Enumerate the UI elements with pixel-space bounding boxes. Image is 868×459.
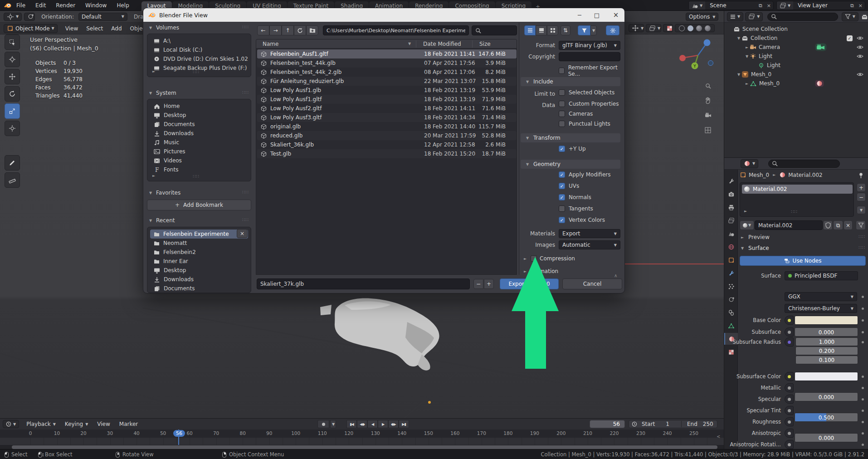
override-toggle[interactable]: [785, 395, 794, 404]
scene-name[interactable]: Scene: [705, 2, 756, 9]
outliner-row-light-4[interactable]: Light: [724, 61, 868, 70]
option-vertex-colors[interactable]: ✓Vertex Colors: [559, 217, 605, 223]
sidebar-item-documents[interactable]: Documents: [150, 120, 248, 129]
resize-grip-icon[interactable]: ∷∷: [242, 24, 249, 29]
animate-dot-icon[interactable]: [862, 444, 864, 446]
outliner-row-mesh-0-5[interactable]: ▼Mesh_0: [724, 70, 868, 79]
checkbox-icon[interactable]: ✓: [559, 171, 565, 178]
option-tangents[interactable]: Tangents: [559, 205, 593, 212]
gear-icon[interactable]: [606, 25, 619, 35]
remove-slot-button[interactable]: −: [857, 193, 866, 201]
resize-grip-icon[interactable]: ∷∷: [193, 174, 200, 179]
timeline-menu-marker[interactable]: Marker: [115, 421, 142, 427]
sidebar-item-downloads[interactable]: Downloads: [150, 129, 248, 138]
volumes-section-header[interactable]: ▼Volumes: [148, 24, 179, 31]
sidebar-item-neomatt[interactable]: Neomatt: [150, 239, 248, 248]
list-view-icon[interactable]: [524, 25, 536, 35]
tool-move[interactable]: [5, 69, 20, 84]
include-section-header[interactable]: ▼Include: [521, 77, 620, 86]
copy-datablock-icon[interactable]: ⧉: [833, 220, 843, 230]
triple-value-field[interactable]: 0.100: [795, 356, 858, 364]
jump-to-end-button[interactable]: ▶▮: [399, 420, 409, 428]
option-cameras[interactable]: Cameras: [559, 111, 593, 117]
outliner-row-light-3[interactable]: ▼Light: [724, 52, 868, 61]
option-apply-modifiers[interactable]: ✓Apply Modifiers: [559, 171, 610, 178]
sidebar-item-inner-ear[interactable]: Inner Ear: [150, 257, 248, 266]
close-icon[interactable]: ×: [609, 8, 623, 22]
view-layer-selector[interactable]: ▼ View Layer ⧉×: [776, 1, 865, 10]
scroll-up-icon[interactable]: ∧: [614, 273, 617, 278]
override-toggle[interactable]: [785, 337, 794, 347]
property-dropdown-christensen-burley[interactable]: Christensen-Burley▼: [785, 304, 857, 313]
option-uvs[interactable]: ✓UVs: [559, 183, 579, 189]
sidebar-item-documents[interactable]: Documents: [150, 284, 248, 293]
xray-toggle-icon[interactable]: [663, 24, 673, 32]
prev-keyframe-button[interactable]: ◀◆: [357, 420, 367, 428]
checkbox-icon[interactable]: [559, 101, 565, 107]
sidebar-item-desktop[interactable]: Desktop: [150, 266, 248, 275]
outliner-display-mode-dropdown[interactable]: ▼: [727, 12, 743, 21]
property-slider-metallic[interactable]: 0.000: [795, 392, 858, 401]
properties-tab-view-layer[interactable]: [724, 215, 738, 226]
resize-grip-icon[interactable]: ∷∷: [242, 190, 249, 195]
menu-file[interactable]: File: [11, 0, 30, 11]
animate-dot-icon[interactable]: [862, 341, 864, 343]
timeline-menu-view[interactable]: View: [93, 421, 114, 427]
expand-icon[interactable]: ►: [151, 174, 156, 178]
exclude-checkbox[interactable]: ✓: [847, 35, 853, 41]
sidebar-item-felsenbein2[interactable]: Felsenbein2: [150, 248, 248, 257]
outliner-filter-type-dropdown[interactable]: ▼: [745, 12, 763, 21]
refresh[interactable]: [294, 25, 306, 35]
breadcrumb-object[interactable]: Mesh_0: [749, 172, 769, 178]
filename-input[interactable]: [257, 278, 470, 289]
override-toggle[interactable]: [785, 406, 794, 415]
file-list-header[interactable]: Name ▼ Date Modified Size: [256, 39, 517, 49]
checkbox-icon[interactable]: ✓: [559, 217, 565, 223]
material-nodes-filter-icon[interactable]: [856, 220, 866, 230]
timeline-editor-type-dropdown[interactable]: ▼: [3, 420, 19, 428]
sidebar-item-music[interactable]: Music: [150, 138, 248, 147]
outliner-row-collection-1[interactable]: ▼Collection✓: [724, 34, 868, 43]
animate-dot-icon[interactable]: [862, 432, 864, 435]
sidebar-item-dvd-drive-d-crim-skies-1-02[interactable]: DVD Drive (D:) Crim Skies 1.02: [150, 54, 248, 63]
shading-solid-icon[interactable]: [688, 25, 693, 31]
animate-dot-icon[interactable]: [862, 296, 864, 298]
override-toggle[interactable]: [785, 440, 794, 449]
close-icon[interactable]: ×: [765, 3, 773, 9]
play-reverse-button[interactable]: ◀: [367, 420, 378, 428]
properties-tab-object[interactable]: [724, 254, 738, 266]
sidebar-item-seagate-backup-plus-drive-f[interactable]: Seagate Backup Plus Drive (F:): [150, 63, 248, 73]
gizmo-dropdown[interactable]: ▼: [629, 24, 644, 32]
copy-icon[interactable]: ⧉: [756, 3, 765, 9]
file-row-low-poly-ausf2-gltf[interactable]: Low Poly Ausf2.gltf18 Feb 2021 14:1171.6…: [257, 104, 517, 113]
file-list[interactable]: Name ▼ Date Modified Size Felsenbein_Aus…: [256, 39, 517, 275]
animate-dot-icon[interactable]: [862, 376, 864, 378]
menu-edit[interactable]: Edit: [30, 0, 51, 11]
override-toggle[interactable]: [785, 327, 794, 337]
object-mode-dropdown[interactable]: Object Mode▼: [4, 24, 58, 33]
checkbox-icon[interactable]: [559, 68, 565, 74]
resize-grip-icon[interactable]: ∷∷: [242, 90, 249, 95]
properties-tab-render[interactable]: [724, 188, 738, 200]
checkbox-icon[interactable]: ✓: [559, 146, 565, 152]
start-value[interactable]: 1: [666, 421, 669, 427]
file-row-felsenbein-test-44k-2-glb[interactable]: Felsenbein_test_44k_2.glb08 Apr 2021 17:…: [257, 68, 517, 77]
animate-dot-icon[interactable]: [862, 331, 864, 333]
menu-window[interactable]: Window: [80, 0, 112, 11]
overlays-dropdown[interactable]: ▼: [646, 24, 661, 32]
tool-measure[interactable]: [5, 172, 20, 188]
properties-editor-type-dropdown[interactable]: ▼: [741, 159, 758, 168]
column-name[interactable]: Name: [263, 41, 278, 47]
browse-material-dropdown[interactable]: ▼: [740, 220, 754, 230]
filter-funnel-icon[interactable]: [578, 25, 590, 35]
orientation-dropdown[interactable]: Default▼: [78, 13, 127, 21]
file-row-low-poly-ausf1-gltf[interactable]: Low Poly Ausf1.gltf18 Feb 2021 13:1971.9…: [257, 95, 517, 104]
new-collection-icon[interactable]: [861, 14, 868, 20]
timeline-menu-playback[interactable]: Playback▼: [22, 421, 60, 427]
grid-ortho-icon[interactable]: [702, 124, 714, 136]
file-row-skaliert-36k-glb[interactable]: Skaliert_36k.glb12 Apr 2021 12:582.6 MiB: [257, 140, 517, 149]
filter-dropdown[interactable]: ▼: [590, 25, 597, 35]
animate-dot-icon[interactable]: [862, 319, 864, 322]
color-swatch-subsurface-color[interactable]: [795, 372, 858, 381]
close-icon[interactable]: ×: [856, 3, 865, 9]
